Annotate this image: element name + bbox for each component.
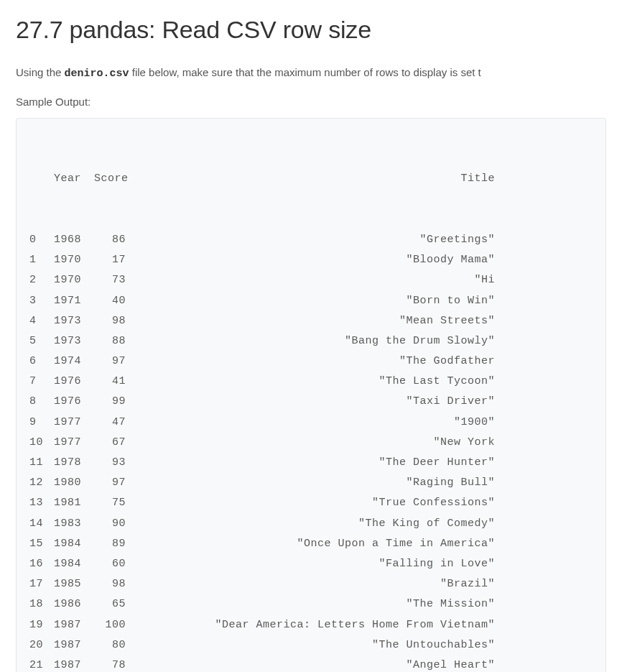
cell-score: 100 bbox=[94, 615, 136, 635]
cell-title: "Mean Streets" bbox=[136, 311, 495, 331]
cell-year: 1977 bbox=[52, 433, 94, 453]
table-row: 0196886"Greetings" bbox=[29, 230, 593, 250]
table-header: .YearScoreTitle bbox=[29, 169, 593, 189]
intro-prefix: Using the bbox=[16, 66, 65, 78]
cell-year: 1981 bbox=[52, 493, 94, 513]
table-row: 14198390"The King of Comedy" bbox=[29, 514, 593, 534]
cell-title: "Dear America: Letters Home From Vietnam… bbox=[136, 615, 495, 635]
table-row: 18198665"The Mission" bbox=[29, 594, 593, 615]
cell-score: 40 bbox=[94, 291, 136, 311]
cell-year: 1986 bbox=[52, 594, 94, 615]
cell-title: "Taxi Driver" bbox=[136, 392, 495, 412]
cell-index: 3 bbox=[29, 291, 52, 311]
table-row: 15198489"Once Upon a Time in America" bbox=[29, 534, 593, 554]
cell-score: 97 bbox=[94, 473, 136, 493]
table-row: 9197747"1900" bbox=[29, 413, 593, 433]
table-row: 17198598"Brazil" bbox=[29, 574, 593, 594]
cell-year: 1970 bbox=[52, 270, 94, 290]
sample-output-label: Sample Output: bbox=[16, 96, 606, 108]
cell-title: "New York bbox=[136, 433, 495, 453]
sample-output-block: .YearScoreTitle 0196886"Greetings"119701… bbox=[16, 118, 606, 672]
cell-index: 15 bbox=[29, 534, 52, 554]
cell-index: 2 bbox=[29, 270, 52, 290]
cell-title: "Greetings" bbox=[136, 230, 495, 250]
cell-year: 1987 bbox=[52, 635, 94, 655]
cell-index: 18 bbox=[29, 594, 52, 615]
cell-year: 1973 bbox=[52, 331, 94, 351]
cell-year: 1970 bbox=[52, 250, 94, 270]
cell-year: 1977 bbox=[52, 413, 94, 433]
intro-suffix: file below, make sure that the maximum n… bbox=[129, 66, 481, 78]
cell-year: 1985 bbox=[52, 574, 94, 594]
cell-year: 1974 bbox=[52, 351, 94, 372]
cell-year: 1976 bbox=[52, 392, 94, 412]
cell-year: 1983 bbox=[52, 514, 94, 534]
cell-score: 41 bbox=[94, 372, 136, 392]
filename-code: deniro.csv bbox=[65, 68, 129, 80]
cell-index: 5 bbox=[29, 331, 52, 351]
table-row: 10197767"New York bbox=[29, 433, 593, 453]
cell-index: 20 bbox=[29, 635, 52, 655]
cell-index: 13 bbox=[29, 493, 52, 513]
cell-year: 1987 bbox=[52, 655, 94, 672]
cell-score: 80 bbox=[94, 635, 136, 655]
table-row: 2197073"Hi bbox=[29, 270, 593, 290]
cell-score: 97 bbox=[94, 351, 136, 372]
cell-title: "True Confessions" bbox=[136, 493, 495, 513]
table-row: 3197140"Born to Win" bbox=[29, 291, 593, 311]
cell-title: "1900" bbox=[136, 413, 495, 433]
cell-score: 90 bbox=[94, 514, 136, 534]
cell-score: 67 bbox=[94, 433, 136, 453]
cell-year: 1976 bbox=[52, 372, 94, 392]
table-row: 8197699"Taxi Driver" bbox=[29, 392, 593, 412]
cell-title: "Bang the Drum Slowly" bbox=[136, 331, 495, 351]
cell-index: 11 bbox=[29, 453, 52, 473]
cell-year: 1984 bbox=[52, 534, 94, 554]
cell-title: "Brazil" bbox=[136, 574, 495, 594]
cell-index: 0 bbox=[29, 230, 52, 250]
cell-year: 1968 bbox=[52, 230, 94, 250]
cell-title: "Angel Heart" bbox=[136, 655, 495, 672]
cell-score: 86 bbox=[94, 230, 136, 250]
cell-index: 17 bbox=[29, 574, 52, 594]
table-row: 16198460"Falling in Love" bbox=[29, 554, 593, 574]
cell-score: 73 bbox=[94, 270, 136, 290]
table-row: 5197388"Bang the Drum Slowly" bbox=[29, 331, 593, 351]
cell-score: 99 bbox=[94, 392, 136, 412]
cell-score: 89 bbox=[94, 534, 136, 554]
cell-index: 12 bbox=[29, 473, 52, 493]
cell-score: 60 bbox=[94, 554, 136, 574]
cell-score: 75 bbox=[94, 493, 136, 513]
cell-score: 88 bbox=[94, 331, 136, 351]
table-row: 6197497"The Godfather bbox=[29, 351, 593, 372]
table-row: 11197893"The Deer Hunter" bbox=[29, 453, 593, 473]
cell-title: "Hi bbox=[136, 270, 495, 290]
cell-year: 1971 bbox=[52, 291, 94, 311]
cell-title: "The Deer Hunter" bbox=[136, 453, 495, 473]
page-title: 27.7 pandas: Read CSV row size bbox=[16, 16, 606, 44]
cell-index: 6 bbox=[29, 351, 52, 372]
table-row: 13198175"True Confessions" bbox=[29, 493, 593, 513]
cell-index: 8 bbox=[29, 392, 52, 412]
cell-index: 7 bbox=[29, 372, 52, 392]
cell-title: "The King of Comedy" bbox=[136, 514, 495, 534]
cell-index: 16 bbox=[29, 554, 52, 574]
table-row: 191987100"Dear America: Letters Home Fro… bbox=[29, 615, 593, 635]
table-row: 20198780"The Untouchables" bbox=[29, 635, 593, 655]
cell-title: "Raging Bull" bbox=[136, 473, 495, 493]
cell-title: "The Mission" bbox=[136, 594, 495, 615]
table-row: 21198778"Angel Heart" bbox=[29, 655, 593, 672]
cell-index: 4 bbox=[29, 311, 52, 331]
cell-score: 93 bbox=[94, 453, 136, 473]
cell-title: "The Untouchables" bbox=[136, 635, 495, 655]
cell-index: 14 bbox=[29, 514, 52, 534]
cell-title: "Once Upon a Time in America" bbox=[136, 534, 495, 554]
cell-title: "The Godfather bbox=[136, 351, 495, 372]
table-row: 7197641"The Last Tycoon" bbox=[29, 372, 593, 392]
cell-index: 10 bbox=[29, 433, 52, 453]
cell-title: "The Last Tycoon" bbox=[136, 372, 495, 392]
cell-year: 1984 bbox=[52, 554, 94, 574]
cell-score: 65 bbox=[94, 594, 136, 615]
col-year: Year bbox=[52, 169, 94, 189]
cell-title: "Falling in Love" bbox=[136, 554, 495, 574]
